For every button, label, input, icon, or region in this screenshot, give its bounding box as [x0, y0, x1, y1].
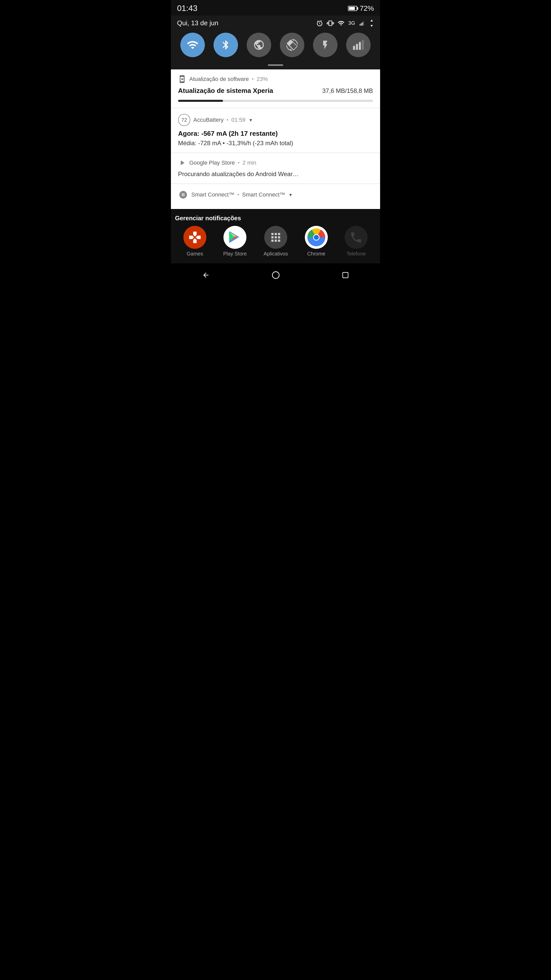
accu-badge: 72	[178, 114, 190, 126]
notif-xperia-header: Atualização de software • 23%	[178, 75, 373, 83]
phone-label: Telefone	[346, 251, 366, 257]
dock-apps-row: Games	[175, 226, 376, 261]
games-icon	[183, 226, 206, 249]
qs-status-icons: 3G	[316, 20, 374, 27]
dock-app-apps[interactable]: Aplicativos	[264, 226, 288, 257]
games-label: Games	[187, 251, 203, 257]
update-progress-fill	[178, 100, 223, 102]
flashlight-toggle[interactable]	[313, 33, 338, 57]
svg-rect-7	[362, 40, 364, 50]
globe-toggle[interactable]	[247, 33, 271, 57]
playstore-dock-icon	[224, 226, 246, 249]
dock-app-chrome[interactable]: Chrome	[305, 226, 328, 257]
svg-rect-5	[356, 44, 358, 50]
nav-recent-button[interactable]	[334, 269, 357, 283]
notif-smart-subtitle: Smart Connect™	[242, 191, 285, 198]
notif-progress-percent: 23%	[257, 76, 268, 83]
svg-rect-2	[362, 22, 363, 25]
bottom-dock: Gerenciar notificações Games	[171, 210, 380, 263]
playstore-label: Play Store	[223, 251, 247, 257]
alarm-icon	[316, 20, 323, 27]
battery-fill	[349, 7, 355, 10]
notification-smartconnect[interactable]: Smart Connect™ • Smart Connect™ ▾	[171, 184, 380, 209]
smart-connect-icon	[178, 189, 188, 200]
notifications-panel: Atualização de software • 23% Atualizaçã…	[171, 69, 380, 209]
notif-smart-expand[interactable]: ▾	[289, 192, 292, 198]
battery-icon	[348, 6, 357, 11]
notif-app-name-accu: AccuBattery	[193, 117, 224, 123]
notification-playstore[interactable]: Google Play Store • 2 min Procurando atu…	[171, 153, 380, 183]
svg-rect-0	[360, 24, 360, 25]
notif-accu-time: 01:59	[231, 117, 245, 123]
notif-play-text: Procurando atualizações do Android Wear…	[178, 170, 373, 178]
dock-app-playstore[interactable]: Play Store	[223, 226, 247, 257]
notif-app-name-smart: Smart Connect™	[191, 191, 234, 198]
drag-indicator	[171, 63, 380, 69]
nav-back-button[interactable]	[194, 269, 218, 283]
nav-home-button[interactable]	[264, 269, 287, 283]
chrome-dock-icon	[305, 226, 328, 249]
rotate-toggle[interactable]	[280, 33, 304, 57]
bluetooth-toggle[interactable]	[213, 33, 238, 57]
notif-smart-header: Smart Connect™ • Smart Connect™ ▾	[178, 189, 373, 200]
update-icon	[178, 75, 186, 83]
apps-label: Aplicativos	[264, 251, 288, 257]
notif-app-name-play: Google Play Store	[189, 159, 235, 166]
status-bar: 01:43 72%	[171, 0, 380, 16]
notif-title-row: Atualização de sistema Xperia 37,6 MB/15…	[178, 87, 373, 97]
vibrate-icon	[327, 20, 334, 27]
mobile-data-toggle[interactable]	[346, 33, 371, 57]
qs-date: Qui, 13 de jun	[177, 19, 218, 27]
chrome-label: Chrome	[307, 251, 325, 257]
wifi-toggle[interactable]	[180, 33, 205, 57]
play-store-icon	[178, 159, 186, 167]
notif-xperia-size: 37,6 MB/158,8 MB	[322, 87, 373, 94]
svg-rect-14	[343, 272, 348, 278]
notif-app-name-xperia: Atualização de software	[189, 76, 249, 83]
quick-toggles-panel	[171, 29, 380, 63]
notif-play-header: Google Play Store • 2 min	[178, 159, 373, 167]
notif-accu-header: 72 AccuBattery • 01:59 ▾	[178, 114, 373, 126]
dock-app-games[interactable]: Games	[183, 226, 206, 257]
wifi-icon	[338, 20, 345, 27]
signal-icon	[359, 21, 366, 26]
notif-accu-line1: Agora: -567 mA (2h 17 restante)	[178, 130, 373, 138]
phone-dock-icon	[345, 226, 368, 249]
drag-pill	[268, 64, 283, 66]
svg-point-12	[314, 235, 319, 240]
data-arrows-icon	[369, 20, 374, 27]
svg-rect-6	[359, 42, 361, 50]
notif-xperia-title: Atualização de sistema Xperia	[178, 87, 273, 95]
svg-rect-1	[361, 23, 362, 25]
notif-accu-line2: Média: -728 mA • -31,3%/h (-23 mAh total…	[178, 140, 373, 147]
svg-rect-3	[363, 21, 364, 25]
apps-icon	[264, 226, 287, 249]
manage-notifications-label[interactable]: Gerenciar notificações	[175, 215, 376, 226]
battery-percent: 72%	[360, 4, 374, 13]
notif-accu-expand[interactable]: ▾	[249, 117, 252, 123]
accu-number: 72	[181, 117, 187, 123]
svg-point-13	[272, 272, 279, 279]
notif-play-time: 2 min	[243, 159, 256, 166]
update-progress-bar	[178, 100, 373, 102]
notification-accubattery[interactable]: 72 AccuBattery • 01:59 ▾ Agora: -567 mA …	[171, 108, 380, 152]
notification-xperia-update[interactable]: Atualização de software • 23% Atualizaçã…	[171, 69, 380, 107]
svg-rect-4	[353, 46, 355, 50]
nav-bar	[171, 263, 380, 290]
status-time: 01:43	[177, 3, 197, 13]
dock-app-phone[interactable]: Telefone	[345, 226, 368, 257]
status-right: 72%	[348, 4, 374, 13]
qs-header: Qui, 13 de jun 3G	[171, 16, 380, 29]
network-3g-label: 3G	[348, 20, 355, 26]
